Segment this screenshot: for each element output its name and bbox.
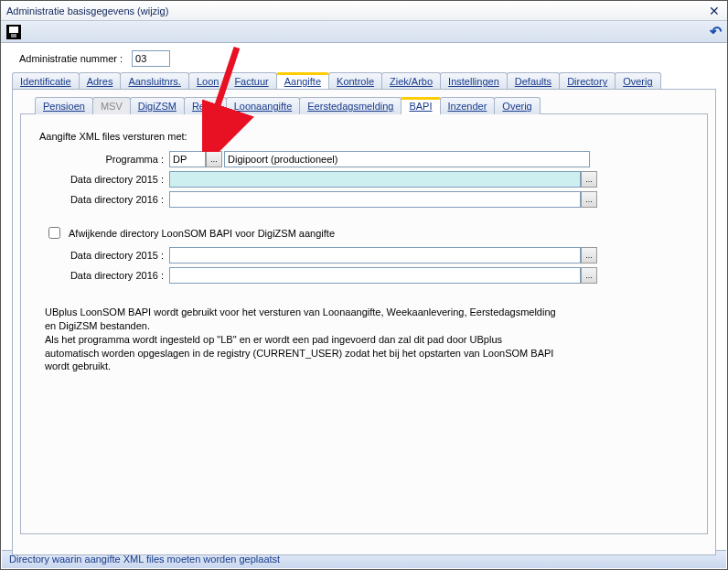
- dir2016-input[interactable]: [169, 191, 581, 208]
- programma-browse-button[interactable]: ...: [206, 151, 222, 167]
- window-title: Administratie basisgegevens (wijzig): [6, 5, 168, 16]
- admin-number-input[interactable]: [132, 50, 170, 67]
- save-icon[interactable]: [6, 25, 21, 39]
- subtab-retex[interactable]: Retex: [184, 97, 227, 114]
- dir2015-label: Data directory 2015 :: [39, 174, 169, 185]
- afwijkende-checkbox[interactable]: [48, 227, 60, 239]
- tab-identificatie[interactable]: Identificatie: [12, 72, 80, 90]
- tab-aansluitnrs-[interactable]: Aansluitnrs.: [120, 72, 188, 90]
- subtab-pensioen[interactable]: Pensioen: [35, 97, 93, 114]
- afw-dir2015-label: Data directory 2015 :: [39, 250, 169, 261]
- tab-kontrole[interactable]: Kontrole: [328, 72, 382, 90]
- admin-number-label: Administratie nummer :: [19, 53, 128, 64]
- tab-directory[interactable]: Directory: [559, 72, 616, 90]
- undo-icon[interactable]: ↶: [710, 23, 722, 40]
- afw-dir2016-browse-button[interactable]: ...: [581, 267, 597, 284]
- subtab-bapi[interactable]: BAPI: [401, 97, 440, 114]
- tab-panel-sub: Aangifte XML files versturen met: Progra…: [20, 113, 708, 534]
- tab-overig[interactable]: Overig: [615, 72, 660, 90]
- afw-dir2016-input[interactable]: [169, 267, 581, 284]
- tab-aangifte[interactable]: Aangifte: [276, 72, 329, 90]
- title-bar: Administratie basisgegevens (wijzig) ✕: [1, 1, 727, 21]
- dir2015-browse-button[interactable]: ...: [581, 171, 597, 188]
- afw-dir2016-label: Data directory 2016 :: [39, 270, 169, 281]
- tabs-sub: PensioenMSVDigiZSMRetexLoonaangifteEerst…: [35, 97, 708, 114]
- tab-adres[interactable]: Adres: [79, 72, 122, 90]
- subtab-overig[interactable]: Overig: [494, 97, 540, 114]
- subtab-inzender[interactable]: Inzender: [440, 97, 496, 114]
- programma-input[interactable]: [169, 151, 206, 167]
- subtab-eerstedagsmelding[interactable]: Eerstedagsmelding: [299, 97, 401, 114]
- dir2015-input[interactable]: [169, 171, 581, 188]
- tabs-main: IdentificatieAdresAansluitnrs.LoonFactuu…: [12, 72, 716, 90]
- section-heading: Aangifte XML files versturen met:: [39, 131, 689, 142]
- tab-loon[interactable]: Loon: [188, 72, 227, 90]
- close-icon[interactable]: ✕: [707, 4, 722, 18]
- dir2016-browse-button[interactable]: ...: [581, 191, 597, 208]
- tab-factuur[interactable]: Factuur: [226, 72, 276, 90]
- programma-desc-input[interactable]: [224, 151, 590, 167]
- afwijkende-label: Afwijkende directory LoonSOM BAPI voor D…: [69, 228, 335, 239]
- info-text: UBplus LoonSOM BAPI wordt gebruikt voor …: [45, 306, 557, 373]
- dir2016-label: Data directory 2016 :: [39, 194, 169, 205]
- programma-label: Programma :: [39, 154, 169, 165]
- tab-panel-main: PensioenMSVDigiZSMRetexLoonaangifteEerst…: [12, 89, 716, 555]
- tab-ziek-arbo[interactable]: Ziek/Arbo: [381, 72, 441, 90]
- afw-dir2015-input[interactable]: [169, 247, 581, 263]
- afw-dir2015-browse-button[interactable]: ...: [581, 247, 597, 263]
- tab-instellingen[interactable]: Instellingen: [440, 72, 508, 90]
- subtab-digizsm[interactable]: DigiZSM: [130, 97, 185, 114]
- subtab-loonaangifte[interactable]: Loonaangifte: [226, 97, 301, 114]
- toolbar: ↶: [1, 21, 727, 43]
- tab-defaults[interactable]: Defaults: [507, 72, 560, 90]
- subtab-msv: MSV: [92, 97, 131, 114]
